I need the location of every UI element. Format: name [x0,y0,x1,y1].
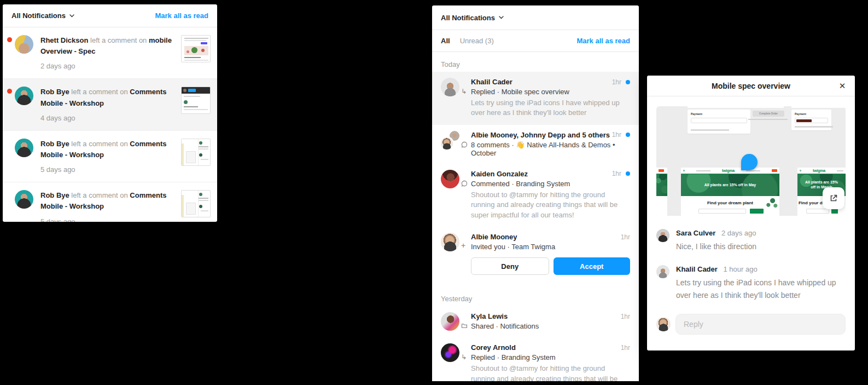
file-thumbnail[interactable] [181,87,211,114]
accept-button[interactable]: Accept [554,257,631,275]
notifications-popover-tabbed: All Notifications All Unread (3) Mark al… [432,5,639,381]
notification-row[interactable]: Khalil Cader 1hr ↳ Replied · Mobile spec… [432,72,639,125]
file-thumbnail[interactable] [181,139,211,166]
spec-overview-modal: Mobile spec overview ✕ Payment Complete … [647,76,855,350]
avatar [15,139,33,157]
timestamp: 2 days ago [40,61,176,72]
avatar [441,343,459,362]
actor-name: Rhett Dickson [40,36,88,44]
comment-icon [461,141,468,148]
payment-label: Payment [795,112,806,116]
action-text: left a comment on [69,140,130,148]
hero-banner: All plants are 15% off in May [681,174,779,196]
chevron-down-icon [69,14,74,18]
hero-text: All plants are 15% off in May [696,183,765,188]
notification-text: Rob Bye left a comment on Comments Mobil… [40,87,176,123]
file-thumbnail[interactable] [181,190,211,217]
notifications-filter-dropdown[interactable]: All Notifications [11,12,74,20]
avatar [441,78,459,96]
mark-all-as-read-button[interactable]: Mark all as read [576,37,630,45]
file-thumbnail[interactable] [181,35,211,62]
notification-row[interactable]: Albie Mooney, Johnny Depp and 5 others 1… [432,125,639,164]
avatar [15,190,33,209]
timestamp: 1hr [612,131,621,139]
close-icon[interactable]: ✕ [836,80,848,92]
comment-pin[interactable] [741,154,758,170]
avatar [441,233,459,251]
modal-title: Mobile spec overview [712,82,790,90]
comment-author: Sara Culver [676,229,715,237]
actor-name: Albie Mooney [471,233,621,241]
notifications-popover-simple: All Notifications Mark all as read Rhett… [3,4,217,222]
deny-button[interactable]: Deny [471,257,549,275]
reply-input[interactable] [675,314,846,335]
notification-row[interactable]: Rob Bye left a comment on Comments Mobil… [3,182,217,222]
avatar [15,35,33,54]
timestamp: 4 days ago [40,113,176,124]
notification-row[interactable]: Rob Bye left a comment on Comments Mobil… [3,79,217,130]
reply-composer [647,314,855,335]
action-text: left a comment on [69,191,130,199]
notification-meta: Commented · Branding System [471,180,570,188]
avatar [441,170,459,188]
actor-name: Rob Bye [40,140,69,148]
search-icon [683,170,685,171]
actor-name: Rob Bye [40,88,69,96]
notification-row[interactable]: Kaiden Gonzalez 1hr Commented · Branding… [432,164,639,227]
timestamp: 1hr [621,233,630,241]
left-panel-title: All Notifications [11,12,66,20]
actor-name: Albie Mooney, Johnny Depp and 5 others [471,131,612,139]
comment-thread: Sara Culver 2 days ago Nice, I like this… [647,216,855,302]
notification-meta: 8 comments · 👋 Native All-Hands & Demos … [471,141,615,157]
notification-row[interactable]: Corey Arnold 1hr ↳ Replied · Branding Sy… [432,337,639,381]
design-preview[interactable]: Payment Complete Order Payment [656,106,846,216]
notification-text: Rhett Dickson left a comment on mobile O… [40,35,176,72]
unread-dot [626,171,630,176]
comment[interactable]: Sara Culver 2 days ago Nice, I like this… [656,229,846,253]
middle-panel-header: All Notifications [432,5,639,30]
notification-row[interactable]: Albie Mooney 1hr + Invited you · Team Tw… [432,227,639,281]
reply-icon: ↳ [461,88,468,95]
payment-label: Payment [691,112,702,116]
preview-frame-edge [791,106,846,108]
notification-meta: Replied · Branding System [471,353,556,361]
comment-text: Nice, I like this direction [676,240,846,253]
timestamp: 1hr [612,170,621,177]
avatar [656,229,669,242]
comment-icon [461,180,468,187]
notification-row[interactable]: Rob Bye left a comment on Comments Mobil… [3,131,217,182]
timestamp: 5 days ago [40,164,176,175]
avatar [656,317,671,331]
notification-row[interactable]: Rhett Dickson left a comment on mobile O… [3,27,217,79]
timestamp: 1hr [621,344,630,352]
notification-row[interactable]: Kyla Lewis 1hr Shared · Notifications [432,306,639,337]
unread-dot [626,133,630,137]
tab-all[interactable]: All [441,37,450,45]
avatar [656,265,669,278]
comment[interactable]: Khalil Cader 1 hour ago Lets try using t… [656,265,846,302]
sign-in-button-mock [772,169,777,172]
avatar [440,136,454,151]
payment-card-mock: Payment [688,110,750,134]
comment-timestamp: 1 hour ago [723,265,757,273]
notifications-filter-dropdown[interactable]: All Notifications [441,14,504,22]
tab-unread[interactable]: Unread (3) [460,37,494,45]
timestamp: 1hr [612,78,621,86]
middle-panel-title: All Notifications [441,14,495,22]
notification-text: Rob Bye left a comment on Comments Mobil… [40,190,176,222]
left-panel-header: All Notifications Mark all as read [3,4,217,27]
actor-name: Khalil Cader [471,78,612,86]
plus-icon: + [461,242,468,249]
notification-message: Shoutout to @tammy for hitting the groun… [471,190,630,220]
notification-text: Rob Bye left a comment on Comments Mobil… [40,139,176,175]
open-file-button[interactable] [823,187,844,209]
section-label-today: Today [432,52,639,72]
storefront-mock-partial [656,168,667,216]
comment-timestamp: 2 days ago [721,229,756,237]
actor-name: Corey Arnold [471,343,621,352]
avatar [15,87,33,105]
comment-text: Lets try using the iPad icons I have whi… [676,277,846,302]
timestamp: 1hr [621,313,630,320]
comment-author: Khalil Cader [676,265,718,273]
mark-all-as-read-button[interactable]: Mark all as read [155,12,208,20]
